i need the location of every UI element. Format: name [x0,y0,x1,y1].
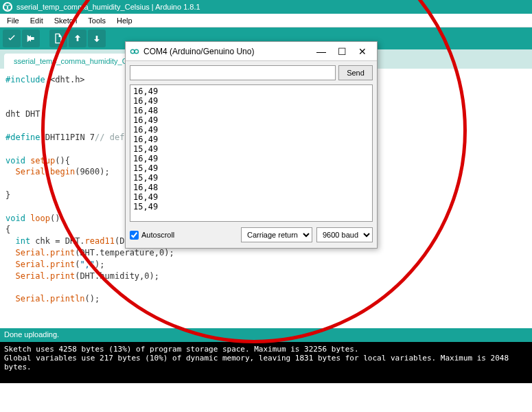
serial-output-line: 15,49 [133,173,369,183]
autoscroll-checkbox[interactable]: Autoscroll [130,231,237,240]
serial-output-line: 16,49 [133,125,369,135]
serial-titlebar[interactable]: COM4 (Arduino/Genuino Uno) — ☐ ✕ [126,42,377,61]
menubar: File Edit Sketch Tools Help [0,14,532,27]
autoscroll-label: Autoscroll [141,231,174,239]
minimize-button[interactable]: — [311,46,332,57]
console-line: Global variables use 217 bytes (10%) of … [4,354,528,371]
line-ending-select[interactable]: Carriage return [241,227,312,242]
menu-tools[interactable]: Tools [84,15,110,26]
close-button[interactable]: ✕ [352,46,373,57]
send-button[interactable]: Send [338,65,373,80]
window-title: sserial_temp_comma_humidity_Celsius | Ar… [16,3,200,11]
serial-input[interactable] [130,65,336,80]
status-text: Done uploading. [4,330,59,339]
serial-output-line: 16,48 [133,106,369,115]
serial-send-row: Send [126,61,377,84]
serial-output-line: 16,49 [133,192,369,202]
menu-file[interactable]: File [3,15,23,26]
serial-output-line: 16,49 [133,115,369,125]
serial-output-line: 16,49 [133,135,369,144]
serial-output-line: 16,49 [133,154,369,163]
serial-output-line: 15,49 [133,202,369,211]
serial-output-line: 16,49 [133,96,369,106]
console-line: Sketch uses 4258 bytes (13%) of program … [4,345,528,354]
svg-point-0 [130,49,135,54]
serial-output-line: 16,48 [133,183,369,192]
verify-button[interactable] [3,30,21,47]
serial-output-line: 16,49 [133,87,369,96]
serial-output-line: 15,49 [133,163,369,173]
arduino-logo-icon [130,47,139,56]
arduino-logo-icon [3,2,12,12]
menu-sketch[interactable]: Sketch [50,15,82,26]
serial-output[interactable]: 16,4916,4916,4816,4916,4916,4915,4916,49… [130,84,373,222]
svg-point-1 [135,49,139,54]
serial-bottom-bar: Autoscroll Carriage return 9600 baud [126,222,377,248]
menu-help[interactable]: Help [113,15,137,26]
save-button[interactable] [88,30,106,47]
main-titlebar: sserial_temp_comma_humidity_Celsius | Ar… [0,0,532,14]
status-bar: Done uploading. [0,328,532,342]
open-button[interactable] [69,30,86,47]
upload-button[interactable] [22,30,40,47]
serial-output-line: 15,49 [133,144,369,154]
serial-monitor-window: COM4 (Arduino/Genuino Uno) — ☐ ✕ Send 16… [125,41,378,249]
new-button[interactable] [49,30,67,47]
sketch-tab[interactable]: sserial_temp_comma_humidity_Ce [4,54,142,69]
autoscroll-input[interactable] [130,231,139,240]
baud-select[interactable]: 9600 baud [316,227,373,242]
output-console: Sketch uses 4258 bytes (13%) of program … [0,342,532,383]
maximize-button[interactable]: ☐ [332,46,352,57]
menu-edit[interactable]: Edit [26,15,47,26]
serial-title: COM4 (Arduino/Genuino Uno) [143,47,311,56]
